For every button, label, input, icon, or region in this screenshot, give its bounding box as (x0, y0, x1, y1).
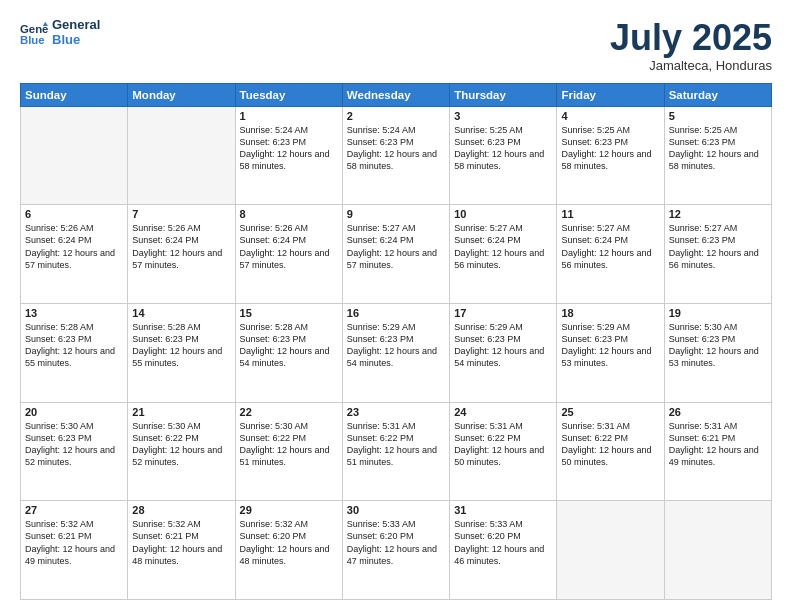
cell-info: Sunrise: 5:26 AM Sunset: 6:24 PM Dayligh… (132, 222, 230, 271)
calendar-cell: 1Sunrise: 5:24 AM Sunset: 6:23 PM Daylig… (235, 106, 342, 205)
calendar-cell: 16Sunrise: 5:29 AM Sunset: 6:23 PM Dayli… (342, 303, 449, 402)
calendar-cell (557, 501, 664, 600)
day-number: 25 (561, 406, 659, 418)
day-number: 20 (25, 406, 123, 418)
day-number: 3 (454, 110, 552, 122)
logo-icon: General Blue (20, 19, 48, 47)
day-number: 28 (132, 504, 230, 516)
cell-info: Sunrise: 5:31 AM Sunset: 6:22 PM Dayligh… (561, 420, 659, 469)
cell-info: Sunrise: 5:32 AM Sunset: 6:21 PM Dayligh… (25, 518, 123, 567)
calendar-cell: 9Sunrise: 5:27 AM Sunset: 6:24 PM Daylig… (342, 205, 449, 304)
day-number: 12 (669, 208, 767, 220)
header: General Blue General Blue July 2025 Jama… (20, 18, 772, 73)
calendar-cell: 3Sunrise: 5:25 AM Sunset: 6:23 PM Daylig… (450, 106, 557, 205)
calendar-cell (21, 106, 128, 205)
calendar-cell: 8Sunrise: 5:26 AM Sunset: 6:24 PM Daylig… (235, 205, 342, 304)
calendar-week-1: 6Sunrise: 5:26 AM Sunset: 6:24 PM Daylig… (21, 205, 772, 304)
cell-info: Sunrise: 5:32 AM Sunset: 6:21 PM Dayligh… (132, 518, 230, 567)
calendar-header-row: SundayMondayTuesdayWednesdayThursdayFrid… (21, 83, 772, 106)
day-header-friday: Friday (557, 83, 664, 106)
day-number: 21 (132, 406, 230, 418)
cell-info: Sunrise: 5:30 AM Sunset: 6:22 PM Dayligh… (240, 420, 338, 469)
calendar-cell: 14Sunrise: 5:28 AM Sunset: 6:23 PM Dayli… (128, 303, 235, 402)
cell-info: Sunrise: 5:26 AM Sunset: 6:24 PM Dayligh… (25, 222, 123, 271)
cell-info: Sunrise: 5:32 AM Sunset: 6:20 PM Dayligh… (240, 518, 338, 567)
day-number: 15 (240, 307, 338, 319)
cell-info: Sunrise: 5:29 AM Sunset: 6:23 PM Dayligh… (347, 321, 445, 370)
calendar-cell: 30Sunrise: 5:33 AM Sunset: 6:20 PM Dayli… (342, 501, 449, 600)
cell-info: Sunrise: 5:33 AM Sunset: 6:20 PM Dayligh… (454, 518, 552, 567)
day-number: 2 (347, 110, 445, 122)
calendar-table: SundayMondayTuesdayWednesdayThursdayFrid… (20, 83, 772, 600)
day-number: 5 (669, 110, 767, 122)
cell-info: Sunrise: 5:25 AM Sunset: 6:23 PM Dayligh… (669, 124, 767, 173)
day-number: 13 (25, 307, 123, 319)
calendar-cell: 20Sunrise: 5:30 AM Sunset: 6:23 PM Dayli… (21, 402, 128, 501)
cell-info: Sunrise: 5:31 AM Sunset: 6:21 PM Dayligh… (669, 420, 767, 469)
cell-info: Sunrise: 5:28 AM Sunset: 6:23 PM Dayligh… (132, 321, 230, 370)
cell-info: Sunrise: 5:33 AM Sunset: 6:20 PM Dayligh… (347, 518, 445, 567)
calendar-cell: 5Sunrise: 5:25 AM Sunset: 6:23 PM Daylig… (664, 106, 771, 205)
day-number: 14 (132, 307, 230, 319)
calendar-week-3: 20Sunrise: 5:30 AM Sunset: 6:23 PM Dayli… (21, 402, 772, 501)
day-number: 23 (347, 406, 445, 418)
day-number: 4 (561, 110, 659, 122)
day-number: 26 (669, 406, 767, 418)
calendar-week-0: 1Sunrise: 5:24 AM Sunset: 6:23 PM Daylig… (21, 106, 772, 205)
cell-info: Sunrise: 5:26 AM Sunset: 6:24 PM Dayligh… (240, 222, 338, 271)
day-number: 31 (454, 504, 552, 516)
calendar-cell: 4Sunrise: 5:25 AM Sunset: 6:23 PM Daylig… (557, 106, 664, 205)
day-header-thursday: Thursday (450, 83, 557, 106)
calendar-cell: 15Sunrise: 5:28 AM Sunset: 6:23 PM Dayli… (235, 303, 342, 402)
day-number: 24 (454, 406, 552, 418)
day-header-tuesday: Tuesday (235, 83, 342, 106)
day-number: 27 (25, 504, 123, 516)
calendar-cell: 17Sunrise: 5:29 AM Sunset: 6:23 PM Dayli… (450, 303, 557, 402)
day-number: 9 (347, 208, 445, 220)
day-header-sunday: Sunday (21, 83, 128, 106)
cell-info: Sunrise: 5:27 AM Sunset: 6:24 PM Dayligh… (561, 222, 659, 271)
calendar-cell: 2Sunrise: 5:24 AM Sunset: 6:23 PM Daylig… (342, 106, 449, 205)
cell-info: Sunrise: 5:31 AM Sunset: 6:22 PM Dayligh… (454, 420, 552, 469)
calendar-cell: 27Sunrise: 5:32 AM Sunset: 6:21 PM Dayli… (21, 501, 128, 600)
day-number: 18 (561, 307, 659, 319)
cell-info: Sunrise: 5:28 AM Sunset: 6:23 PM Dayligh… (240, 321, 338, 370)
day-number: 29 (240, 504, 338, 516)
cell-info: Sunrise: 5:25 AM Sunset: 6:23 PM Dayligh… (561, 124, 659, 173)
calendar-cell: 6Sunrise: 5:26 AM Sunset: 6:24 PM Daylig… (21, 205, 128, 304)
cell-info: Sunrise: 5:27 AM Sunset: 6:24 PM Dayligh… (347, 222, 445, 271)
cell-info: Sunrise: 5:25 AM Sunset: 6:23 PM Dayligh… (454, 124, 552, 173)
cell-info: Sunrise: 5:29 AM Sunset: 6:23 PM Dayligh… (561, 321, 659, 370)
day-number: 22 (240, 406, 338, 418)
cell-info: Sunrise: 5:24 AM Sunset: 6:23 PM Dayligh… (347, 124, 445, 173)
day-header-saturday: Saturday (664, 83, 771, 106)
day-number: 30 (347, 504, 445, 516)
calendar-cell: 21Sunrise: 5:30 AM Sunset: 6:22 PM Dayli… (128, 402, 235, 501)
calendar-cell: 12Sunrise: 5:27 AM Sunset: 6:23 PM Dayli… (664, 205, 771, 304)
day-header-monday: Monday (128, 83, 235, 106)
calendar-cell: 18Sunrise: 5:29 AM Sunset: 6:23 PM Dayli… (557, 303, 664, 402)
calendar-cell: 19Sunrise: 5:30 AM Sunset: 6:23 PM Dayli… (664, 303, 771, 402)
location: Jamalteca, Honduras (610, 58, 772, 73)
cell-info: Sunrise: 5:31 AM Sunset: 6:22 PM Dayligh… (347, 420, 445, 469)
calendar-week-2: 13Sunrise: 5:28 AM Sunset: 6:23 PM Dayli… (21, 303, 772, 402)
day-header-wednesday: Wednesday (342, 83, 449, 106)
day-number: 19 (669, 307, 767, 319)
svg-text:Blue: Blue (20, 33, 45, 45)
calendar-cell: 26Sunrise: 5:31 AM Sunset: 6:21 PM Dayli… (664, 402, 771, 501)
logo-text: General Blue (52, 18, 100, 48)
cell-info: Sunrise: 5:27 AM Sunset: 6:23 PM Dayligh… (669, 222, 767, 271)
calendar-cell: 29Sunrise: 5:32 AM Sunset: 6:20 PM Dayli… (235, 501, 342, 600)
day-number: 11 (561, 208, 659, 220)
calendar-cell: 11Sunrise: 5:27 AM Sunset: 6:24 PM Dayli… (557, 205, 664, 304)
cell-info: Sunrise: 5:30 AM Sunset: 6:22 PM Dayligh… (132, 420, 230, 469)
calendar-week-4: 27Sunrise: 5:32 AM Sunset: 6:21 PM Dayli… (21, 501, 772, 600)
calendar-cell: 24Sunrise: 5:31 AM Sunset: 6:22 PM Dayli… (450, 402, 557, 501)
day-number: 1 (240, 110, 338, 122)
calendar-cell: 7Sunrise: 5:26 AM Sunset: 6:24 PM Daylig… (128, 205, 235, 304)
calendar-cell: 13Sunrise: 5:28 AM Sunset: 6:23 PM Dayli… (21, 303, 128, 402)
day-number: 16 (347, 307, 445, 319)
day-number: 17 (454, 307, 552, 319)
cell-info: Sunrise: 5:29 AM Sunset: 6:23 PM Dayligh… (454, 321, 552, 370)
title-area: July 2025 Jamalteca, Honduras (610, 18, 772, 73)
